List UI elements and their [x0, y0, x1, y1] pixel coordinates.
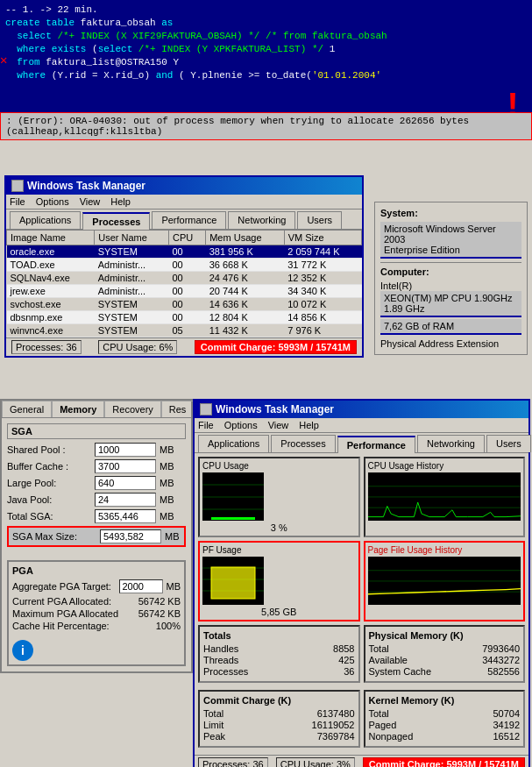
phys-cache-row: System Cache 582556: [369, 666, 521, 677]
totals-title: Totals: [203, 630, 355, 641]
unit-buffer: MB: [160, 461, 174, 472]
label-pga-max: Maximum PGA Allocated: [12, 608, 118, 619]
code-editor: -- 1. -> 22 min. create table faktura_ob…: [0, 0, 532, 140]
btm-tab-processes[interactable]: Processes: [271, 435, 335, 452]
threads-value: 425: [338, 655, 354, 665]
tab-recovery[interactable]: Recovery: [104, 401, 160, 417]
wtm-icon: [11, 180, 24, 192]
cpu-usage-box: CPU Usage 3 %: [198, 457, 360, 537]
unit-java: MB: [160, 494, 174, 505]
kernel-memory-section: Kernel Memory (K) Total 50704 Paged 3419…: [364, 690, 526, 748]
wtm-bottom-menubar: File Options View Help: [195, 418, 528, 433]
table-row[interactable]: SQLNav4.exeAdministr...0024 476 K12 352 …: [7, 272, 362, 285]
btm-menu-options[interactable]: Options: [224, 420, 258, 430]
table-row[interactable]: TOAD.exeAdministr...0036 668 K31 772 K: [7, 259, 362, 272]
btm-tab-users[interactable]: Users: [486, 435, 531, 452]
menu-options[interactable]: Options: [36, 196, 69, 207]
table-row[interactable]: winvnc4.exeSYSTEM0511 432 K7 976 K: [7, 324, 362, 337]
unit-large: MB: [160, 478, 174, 488]
wtm-bottom-icon: [200, 403, 212, 415]
table-row[interactable]: svchost.exeSYSTEM0014 636 K10 072 K: [7, 298, 362, 311]
pf-history-svg: [368, 557, 521, 605]
btm-menu-view[interactable]: View: [268, 420, 289, 430]
label-pga-target: Aggregate PGA Target:: [12, 581, 119, 592]
pga-max-row: Maximum PGA Allocated 56742 KB: [12, 608, 181, 619]
physical-memory-section: Physical Memory (K) Total 7993640 Availa…: [364, 625, 526, 683]
wtm-top-titlebar: Windows Task Manager: [6, 177, 362, 195]
cpu-highlight: XEON(TM) MP CPU 1.90GHz 1.89 GHz: [380, 291, 521, 317]
pf-usage-title: PF Usage: [202, 545, 356, 555]
input-pga-target[interactable]: [119, 579, 163, 593]
btm-tab-applications[interactable]: Applications: [198, 435, 269, 452]
btm-menu-file[interactable]: File: [198, 420, 214, 430]
input-sga-max[interactable]: [100, 529, 161, 543]
info-icon[interactable]: i: [12, 640, 33, 661]
tab-memory[interactable]: Memory: [52, 401, 104, 417]
label-pga-current: Current PGA Allocated:: [12, 596, 111, 607]
tab-performance[interactable]: Performance: [152, 211, 226, 229]
wtm-top-title: Windows Task Manager: [27, 180, 145, 192]
tab-general[interactable]: General: [2, 401, 52, 417]
btm-tab-performance[interactable]: Performance: [337, 436, 415, 453]
unit-pga: MB: [167, 581, 181, 592]
commit-charge-section: Commit Charge (K) Total 6137480 Limit 16…: [198, 690, 360, 748]
tab-networking[interactable]: Networking: [228, 211, 295, 229]
commit-peak-value: 7369784: [317, 731, 355, 742]
ram-text: 7,62 GB of RAM: [384, 321, 454, 331]
menu-help[interactable]: Help: [110, 196, 131, 207]
commit-total-label: Total: [203, 708, 223, 719]
ram-highlight: 7,62 GB of RAM: [380, 319, 521, 335]
cpu-line2: XEON(TM) MP CPU 1.90GHz: [384, 293, 518, 303]
pga-cache-row: Cache Hit Percentage: 100%: [12, 621, 181, 631]
perf-mid-grid: PF Usage 5,85 GB Page File Usage: [198, 541, 525, 621]
sga-section-title: SGA: [7, 423, 186, 439]
wtm-top-menubar: File Options View Help: [6, 195, 362, 210]
col-mem-usage[interactable]: Mem Usage: [206, 231, 285, 245]
label-java: Java Pool:: [7, 494, 95, 505]
table-row[interactable]: jrew.exeAdministr...0020 744 K34 340 K: [7, 285, 362, 298]
cpu-usage-title: CPU Usage: [202, 461, 356, 471]
tab-applications[interactable]: Applications: [10, 211, 81, 229]
handles-row: Handles 8858: [203, 643, 355, 654]
tab-res[interactable]: Res: [161, 401, 195, 417]
commit-limit-label: Limit: [203, 720, 223, 730]
kernel-total-label: Total: [369, 708, 389, 719]
input-buffer[interactable]: [95, 459, 156, 473]
wtm-top-window: Windows Task Manager File Options View H…: [4, 175, 364, 358]
menu-view[interactable]: View: [80, 196, 101, 207]
input-large[interactable]: [95, 476, 156, 490]
btm-menu-help[interactable]: Help: [299, 420, 319, 430]
input-total-sga[interactable]: [95, 509, 156, 523]
status-processes: Processes: 36: [11, 340, 82, 354]
btm-tab-networking[interactable]: Networking: [417, 435, 485, 452]
col-vm-size[interactable]: VM Size: [284, 231, 361, 245]
code-line-3: select /*+ INDEX (X XIF29FAKTURA_OBSAH) …: [5, 30, 527, 43]
btm-status-processes: Processes: 36: [198, 757, 268, 767]
os-line1: Microsoft Windows Server 2003: [384, 224, 518, 245]
commit-limit-value: 16119052: [312, 720, 355, 730]
col-user-name[interactable]: User Name: [95, 231, 169, 245]
code-line-6: where (Y.rid = X.rid_o) and ( Y.plnenie …: [5, 69, 527, 82]
pf-history-graph: [368, 557, 521, 605]
col-image-name[interactable]: Image Name: [7, 231, 95, 245]
os-line2: Enterprise Edition: [384, 245, 518, 255]
table-row[interactable]: oracle.exeSYSTEM00381 956 K2 059 744 K: [7, 245, 362, 259]
tab-processes[interactable]: Processes: [82, 212, 150, 230]
tab-users[interactable]: Users: [297, 211, 342, 229]
input-java[interactable]: [95, 493, 156, 507]
input-shared[interactable]: [95, 443, 156, 457]
sga-row-shared: Shared Pool : MB: [7, 443, 186, 457]
col-cpu[interactable]: CPU: [168, 231, 205, 245]
system-title: System:: [380, 208, 521, 218]
totals-section: Totals Handles 8858 Threads 425 Processe…: [198, 625, 360, 683]
computer-title: Computer:: [380, 266, 521, 277]
label-total-sga: Total SGA:: [7, 511, 95, 522]
commit-charge-title: Commit Charge (K): [203, 695, 355, 706]
kernel-memory-title: Kernel Memory (K): [369, 695, 521, 706]
sga-panel: General Memory Recovery Res SGA Shared P…: [0, 399, 193, 673]
phys-avail-label: Available: [369, 655, 408, 665]
table-row[interactable]: dbsnmp.exeSYSTEM0012 804 K14 856 K: [7, 311, 362, 324]
unit-sga-max: MB: [165, 531, 180, 542]
processes-row: Processes 36: [203, 666, 355, 677]
menu-file[interactable]: File: [10, 196, 25, 207]
